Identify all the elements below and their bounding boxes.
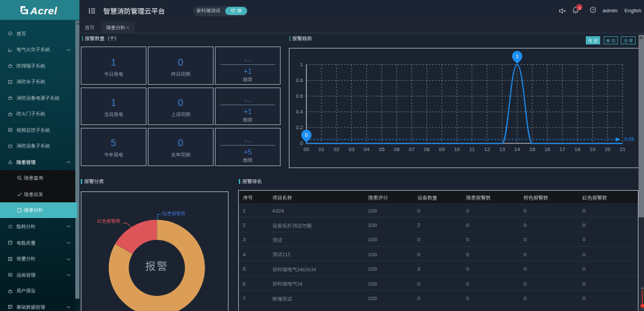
svg-text:04: 04 xyxy=(364,146,370,152)
svg-text:0.8: 0.8 xyxy=(296,77,302,83)
svg-text:0.6: 0.6 xyxy=(296,93,302,99)
svg-text:0: 0 xyxy=(300,140,303,146)
svg-text:16: 16 xyxy=(545,146,550,152)
svg-text:12: 12 xyxy=(485,146,490,152)
svg-text:13: 13 xyxy=(500,146,505,152)
svg-text:07: 07 xyxy=(409,146,415,152)
svg-text:05: 05 xyxy=(379,146,385,152)
svg-text:21: 21 xyxy=(620,146,626,152)
svg-text:01: 01 xyxy=(319,146,324,152)
svg-text:08: 08 xyxy=(424,146,430,152)
svg-text:0.2: 0.2 xyxy=(296,124,302,131)
svg-text:?: ? xyxy=(591,8,593,12)
svg-text:0: 0 xyxy=(305,132,308,138)
svg-text:17: 17 xyxy=(560,146,565,152)
svg-text:0.05: 0.05 xyxy=(625,137,634,141)
svg-text:09: 09 xyxy=(439,146,445,152)
svg-text:10: 10 xyxy=(454,146,460,152)
svg-text:03: 03 xyxy=(349,146,355,152)
svg-text:18: 18 xyxy=(575,146,580,152)
svg-text:11: 11 xyxy=(469,146,475,152)
svg-text:00: 00 xyxy=(304,146,309,152)
svg-text:02: 02 xyxy=(334,146,339,152)
svg-text:15: 15 xyxy=(530,146,535,152)
svg-text:1: 1 xyxy=(300,62,303,68)
svg-text:14: 14 xyxy=(515,146,520,152)
svg-text:19: 19 xyxy=(590,146,595,152)
svg-text:20: 20 xyxy=(605,146,610,152)
svg-text:1: 1 xyxy=(516,53,519,59)
svg-text:06: 06 xyxy=(394,146,400,152)
svg-text:0.4: 0.4 xyxy=(296,109,302,115)
